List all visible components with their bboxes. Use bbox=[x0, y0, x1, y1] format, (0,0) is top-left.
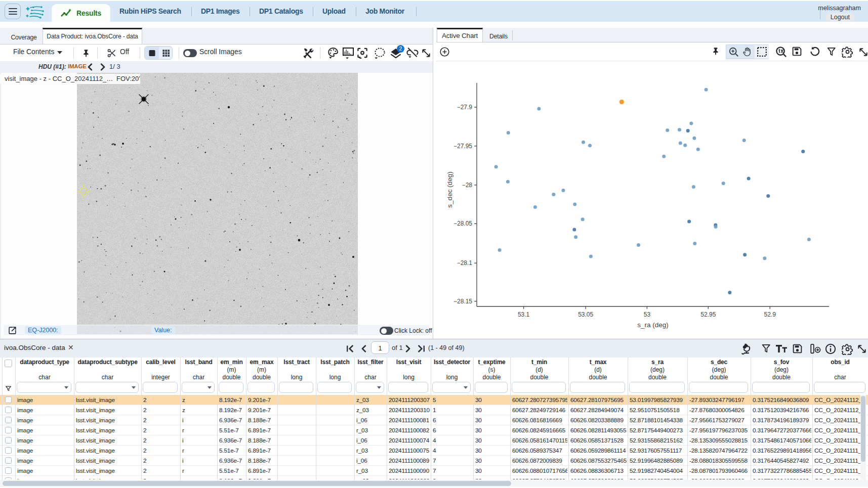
svg-text:−28.15: −28.15 bbox=[453, 298, 472, 305]
svg-text:−27.9: −27.9 bbox=[457, 104, 473, 111]
svg-text:−28.1: −28.1 bbox=[457, 259, 473, 267]
svg-text:53: 53 bbox=[644, 311, 651, 318]
svg-text:52.95: 52.95 bbox=[700, 311, 716, 318]
svg-text:−27.95: −27.95 bbox=[453, 143, 472, 150]
svg-text:−28.05: −28.05 bbox=[453, 220, 472, 227]
svg-text:−28: −28 bbox=[462, 182, 473, 189]
svg-text:53.1: 53.1 bbox=[518, 311, 530, 318]
svg-text:s_dec (deg): s_dec (deg) bbox=[446, 171, 453, 207]
svg-text:53.05: 53.05 bbox=[578, 311, 593, 318]
svg-text:52.9: 52.9 bbox=[764, 311, 776, 318]
svg-text:s_ra (deg): s_ra (deg) bbox=[637, 321, 669, 329]
